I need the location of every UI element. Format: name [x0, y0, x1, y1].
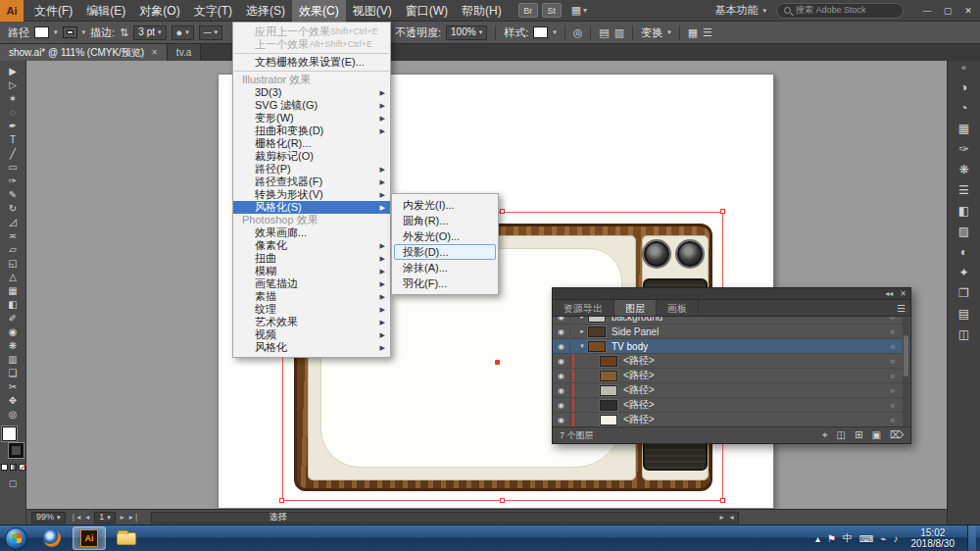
taskbar-illustrator-button[interactable]: Ai — [73, 526, 106, 550]
expand-panels-icon[interactable]: « — [961, 63, 966, 76]
network-icon[interactable]: ⌁ — [880, 533, 886, 544]
gradient-tool[interactable]: ◧ — [1, 297, 25, 311]
rectangle-tool[interactable]: ▭ — [1, 160, 25, 174]
layer-row[interactable]: ◉ ▸ Side Panel ○ — [553, 325, 910, 339]
menu-item[interactable]: 扭曲和变换(D) ▶ — [233, 125, 390, 137]
visibility-eye-icon[interactable]: ◉ — [553, 416, 570, 425]
style-swatch[interactable] — [533, 26, 548, 38]
submenu-item[interactable]: 涂抹(A)... — [394, 260, 496, 276]
document-tab-show[interactable]: show.ai* @ 111% (CMYK/预览) ✕ — [0, 44, 168, 61]
fill-stroke-control[interactable] — [1, 426, 25, 458]
line-segment-tool[interactable]: ╱ — [1, 146, 25, 160]
opacity-value[interactable]: 100% ▾ — [446, 25, 487, 40]
align-icon[interactable]: ▤ — [599, 26, 609, 39]
target-circle-icon[interactable]: ○ — [890, 372, 899, 380]
transparency-panel-icon[interactable]: ▨ — [952, 221, 977, 241]
new-layer-icon[interactable]: ▣ — [871, 429, 880, 441]
stock-search-input[interactable]: 搜索 Adobe Stock — [776, 3, 904, 19]
menu-item[interactable]: 画笔描边 ▶ — [233, 277, 390, 290]
expand-arrow-icon[interactable]: ▸ — [576, 317, 588, 321]
menu-item[interactable]: SVG 滤镜(G) ▶ — [233, 99, 390, 112]
target-circle-icon[interactable]: ○ — [890, 357, 899, 366]
app-logo[interactable]: Ai — [0, 0, 24, 22]
layer-name[interactable]: <路径> — [623, 369, 655, 382]
menu-item[interactable]: 路径查找器(F) ▶ — [233, 175, 390, 188]
selection-handle[interactable] — [279, 498, 284, 503]
menu-item[interactable]: 扭曲 ▶ — [233, 252, 390, 265]
menu-item[interactable]: 应用上一个效果 Shift+Ctrl+E — [233, 25, 390, 38]
panel-options-icon[interactable]: ☰ — [703, 26, 712, 39]
menu-item[interactable]: 文档栅格效果设置(E)... — [233, 56, 390, 69]
menu-item[interactable] — [234, 71, 389, 72]
keyboard-layout-icon[interactable]: ⌨ — [859, 533, 873, 544]
distribute-icon[interactable]: ▥ — [614, 26, 624, 39]
direct-selection-tool[interactable]: ▷ — [1, 77, 25, 91]
expand-arrow-icon[interactable]: ▸ — [576, 327, 588, 335]
visibility-eye-icon[interactable]: ◉ — [553, 317, 570, 322]
menu-item[interactable]: 模糊 ▶ — [233, 265, 390, 277]
arrange-documents-icon[interactable]: ▦ — [571, 4, 581, 17]
symbols-panel-icon[interactable]: ❋ — [952, 159, 977, 179]
layer-name[interactable]: <路径> — [623, 383, 655, 397]
target-circle-icon[interactable]: ○ — [890, 401, 899, 410]
pen-tool[interactable]: ✒ — [1, 119, 25, 132]
chevron-down-icon[interactable]: ▾ — [667, 28, 671, 36]
layer-row[interactable]: ◉ <路径> ○ — [553, 383, 910, 398]
width-tool[interactable]: ≍ — [1, 228, 25, 242]
selection-handle[interactable] — [720, 209, 725, 214]
rotate-tool[interactable]: ↻ — [1, 201, 25, 215]
new-sublayer-icon[interactable]: ⊞ — [855, 429, 862, 441]
panel-close-icon[interactable]: ✕ — [900, 288, 906, 300]
menu-item[interactable]: 裁剪标记(O) — [233, 150, 390, 163]
transform-label[interactable]: 变换 — [641, 25, 662, 40]
submenu-item[interactable]: 内发光(I)... — [394, 197, 496, 213]
target-circle-icon[interactable]: ○ — [890, 386, 899, 395]
minimize-button[interactable]: — — [917, 2, 937, 20]
menubar-item[interactable]: 窗口(W) — [399, 0, 455, 22]
color-guide-panel-icon[interactable]: ◔ — [952, 97, 977, 118]
panel-scrollbar[interactable] — [903, 318, 909, 427]
visibility-eye-icon[interactable]: ◉ — [553, 342, 570, 351]
menubar-item[interactable]: 文字(T) — [187, 0, 239, 22]
language-chinese-icon[interactable]: 中 — [843, 531, 853, 545]
visibility-eye-icon[interactable]: ◉ — [553, 327, 570, 336]
status-prev-icon[interactable]: ◂ — [730, 512, 734, 523]
app-badge-button[interactable]: St — [542, 3, 562, 18]
delete-layer-icon[interactable]: ⌦ — [890, 429, 904, 441]
gradient-panel-icon[interactable]: ◧ — [952, 200, 977, 221]
menu-item[interactable]: 上一个效果 Alt+Shift+Ctrl+E — [233, 38, 390, 51]
visibility-eye-icon[interactable]: ◉ — [553, 372, 570, 380]
menubar-item[interactable]: 视图(V) — [346, 0, 399, 22]
artboards-panel-icon[interactable]: ▤ — [952, 303, 977, 324]
menu-item[interactable]: 变形(W) ▶ — [233, 112, 390, 125]
menu-item[interactable]: Photoshop 效果 — [233, 214, 390, 226]
submenu-item[interactable]: 外发光(O)... — [394, 228, 496, 244]
target-circle-icon[interactable]: ○ — [890, 327, 899, 336]
stroke-stepper-icon[interactable]: ⇅ — [120, 26, 128, 39]
blend-tool[interactable]: ◉ — [1, 325, 25, 338]
menu-item[interactable] — [234, 53, 389, 54]
collapse-panel-icon[interactable]: ◂◂ — [885, 288, 893, 300]
slice-tool[interactable]: ✂ — [1, 379, 25, 393]
show-desktop-button[interactable] — [967, 526, 976, 551]
stroke-panel-icon[interactable]: ☰ — [952, 179, 977, 200]
submenu-item[interactable]: 羽化(F)... — [394, 276, 496, 291]
scrollbar-thumb[interactable] — [904, 335, 908, 376]
appearance-panel-icon[interactable]: ◐ — [952, 241, 977, 262]
type-tool[interactable]: T — [1, 132, 25, 146]
layer-row[interactable]: ◉ <路径> ○ — [553, 398, 910, 413]
action-center-icon[interactable]: ⚑ — [827, 533, 836, 544]
panel-menu-icon[interactable]: ☰ — [897, 300, 906, 317]
volume-icon[interactable]: ♪ — [894, 533, 899, 544]
chevron-down-icon[interactable]: ▾ — [54, 28, 58, 36]
panel-tab[interactable]: 图层 — [614, 300, 657, 316]
recolor-artwork-icon[interactable]: ◎ — [573, 26, 583, 39]
next-artboard-button[interactable]: ▸ — [121, 513, 124, 522]
brushes-panel-icon[interactable]: ✑ — [952, 138, 977, 159]
first-artboard-button[interactable]: ❘◂ — [71, 513, 81, 522]
chevron-down-icon[interactable]: ▾ — [82, 28, 86, 36]
workspace-switcher[interactable]: 基本功能 ▾ — [705, 3, 776, 18]
menubar-item[interactable]: 效果(C) — [292, 0, 346, 22]
isolate-mode-icon[interactable]: ▦ — [688, 26, 698, 39]
symbol-sprayer-tool[interactable]: ❋ — [1, 338, 25, 352]
